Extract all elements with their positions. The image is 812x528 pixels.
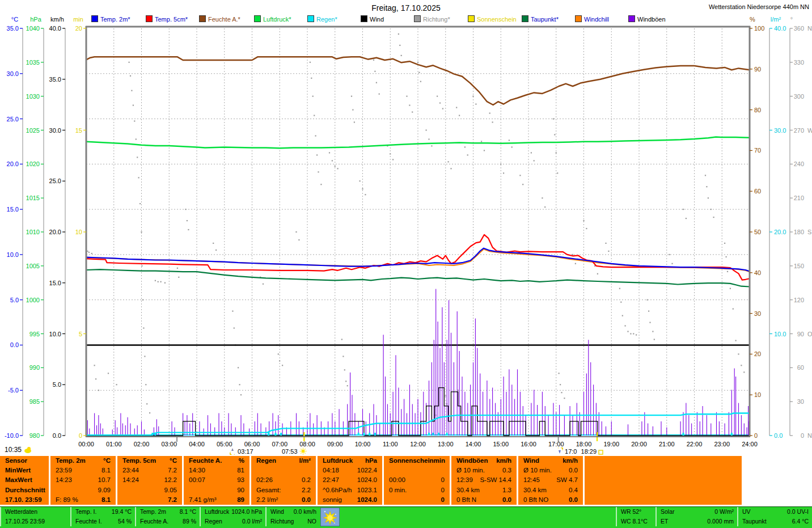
summary-cell-value: 0.2 [286, 475, 316, 485]
axis-tick-label: 15.0 [7, 206, 19, 213]
axis-tick-label: 240 [794, 160, 804, 167]
summary-cell-value: 0.0 [553, 466, 583, 475]
axis-tick-label: 30 [754, 310, 761, 317]
summary-cell-value: 0 [420, 495, 450, 505]
axis-tick-label: 5 [79, 331, 82, 337]
axis-tick-label: 1040 [26, 25, 40, 32]
summary-column: LuftdruckhPa04:181022.422:471024.0^0.6hP… [318, 456, 382, 505]
summary-col-name: Sonnenschein [384, 456, 434, 466]
axis-tick-label: 0 [754, 432, 758, 439]
summary-cell-value: 1.3 [487, 485, 517, 495]
rain-tick [374, 433, 376, 436]
moonset-label: 17:0 [565, 448, 577, 455]
axis-dir-label: W [807, 127, 812, 134]
rain-tick [152, 433, 154, 436]
summary-cell-label: 00:00 [384, 475, 420, 485]
axis-tick-label: 30 [797, 398, 804, 405]
axis-tick-label: 50 [754, 229, 761, 235]
axis-tick-label: 0.0 [10, 341, 19, 348]
status-label: Taupunkt [738, 517, 792, 526]
day-length-marker: 10:35 [5, 446, 32, 454]
summary-cell-value [420, 466, 450, 475]
axis-unit: km/h [50, 16, 64, 23]
axis-tick-label: -5.0 [8, 387, 19, 394]
axis-tick-label: 270 [794, 127, 804, 134]
summary-cell-value: 89 [219, 495, 249, 505]
summary-cell-label: 30.4 km [451, 485, 487, 495]
x-axis-label: 04:00 [189, 441, 205, 447]
summary-cell-label: 04:18 [318, 466, 353, 475]
x-axis-label: 12:00 [410, 441, 426, 447]
status-value: 54 % [118, 517, 135, 526]
summary-cell-label [117, 485, 153, 495]
axis-unit: °C [11, 16, 18, 23]
rain-tick [446, 433, 448, 436]
x-axis-label: 19:00 [603, 441, 619, 447]
summary-row-label: MinWert [0, 466, 49, 475]
status-label: WC 8.1°C [617, 517, 652, 526]
summary-cell-value: 0.0 [286, 495, 316, 505]
status-value: 0.000 mm [707, 517, 737, 526]
status-label: Wind [267, 507, 294, 517]
rain-tick [683, 433, 684, 436]
summary-row-label: MaxWert [0, 475, 49, 485]
axis-tick-label: 60 [797, 364, 804, 371]
summary-row-label: Durchschnitt [0, 485, 49, 495]
x-axis-label: 02:00 [134, 441, 150, 447]
summary-row-label: 17.10. 23:59 [0, 495, 49, 505]
axis-tick-label: 10 [75, 229, 82, 235]
summary-cell-label: 00:07 [184, 475, 219, 485]
x-axis-label: 23:00 [714, 441, 730, 447]
axis-tick-label: 10 [754, 391, 761, 398]
summary-cell-value: 0 [420, 475, 450, 485]
summary-col-unit: °C [156, 456, 182, 466]
status-label: WR 52° [617, 507, 652, 517]
status-label: 17.10.25 23:59 [1, 517, 67, 526]
rain-tick [369, 433, 370, 436]
series-Richtung [87, 33, 745, 416]
summary-cell-value: 0.4 [553, 485, 583, 495]
x-axis-label: 20:00 [631, 441, 647, 447]
rain-tick [731, 433, 733, 436]
x-axis-label: 24:00 [742, 441, 758, 447]
summary-cell-value: 1023.1 [353, 485, 382, 495]
summary-column: Regenl/m²02:260.2Gesamt:2.22.2 l/m²0.0 [251, 456, 316, 505]
summary-cell-label: Gesamt: [251, 485, 286, 495]
rain-tick [432, 433, 434, 436]
axis-tick-label: 1020 [26, 160, 40, 167]
summary-cell-value: 10.7 [86, 475, 116, 485]
axis-unit: min [73, 16, 83, 23]
status-label: UV [738, 507, 787, 517]
axis-tick-label: 10.0 [774, 331, 786, 337]
status-cell: Luftdruck1024.0 hPaRegen0.0 l/m² [200, 507, 265, 526]
axis-tick-label: 1010 [26, 229, 40, 235]
summary-col-name: Windböen [451, 456, 488, 466]
axis-dir-label: S [807, 229, 811, 235]
x-axis-label: 18:00 [576, 441, 592, 447]
axis-tick-label: 40 [754, 269, 761, 276]
axis-tick-label: 980 [29, 432, 40, 439]
summary-table: SensorMinWertMaxWertDurchschnitt17.10. 2… [0, 456, 812, 505]
summary-cell-value: 9.09 [86, 485, 116, 495]
x-axis-label: 14:00 [466, 441, 481, 447]
rain-tick [274, 433, 276, 436]
axis-tick-label: 35.0 [7, 25, 19, 32]
summary-cell-label: 30.4 km [518, 485, 553, 495]
status-value: 0.0 l/m² [242, 517, 265, 526]
axis-dir-label: N [807, 432, 812, 439]
summary-col-name: Luftdruck [318, 456, 353, 466]
summary-cell-value: 8.1 [86, 466, 116, 475]
axis-dir-label: N [807, 25, 812, 32]
x-axis-label: 03:00 [161, 441, 177, 447]
axis-unit: ° [790, 16, 793, 23]
axis-tick-label: 60 [754, 188, 761, 195]
x-axis-label: 01:00 [106, 441, 122, 447]
summary-filler [585, 456, 742, 505]
status-label: Temp. 2m [136, 507, 180, 517]
x-axis-label: 22:00 [687, 441, 703, 447]
status-label: Solar [657, 507, 714, 517]
summary-cell-label: ^0.6hPa/h [318, 485, 353, 495]
summary-col-unit: °C [86, 456, 116, 466]
axis-tick-label: 20 [754, 350, 761, 357]
summary-cell-label: Ø 10 min. [518, 466, 553, 475]
